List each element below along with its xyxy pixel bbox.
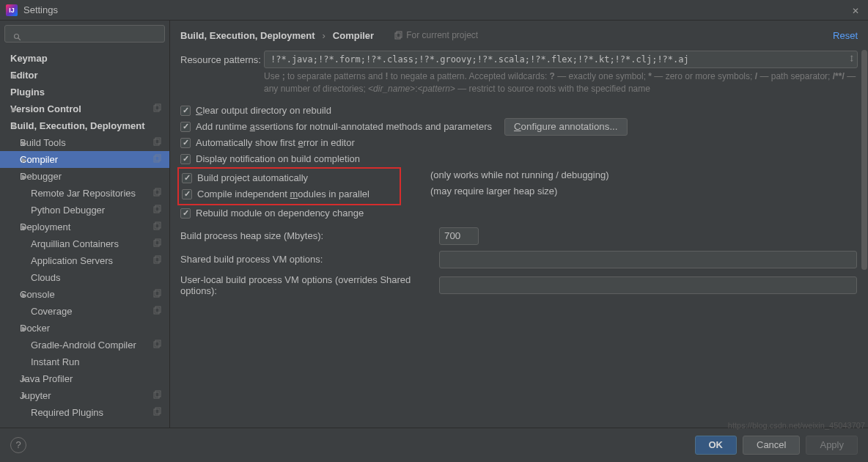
sidebar-item-keymap[interactable]: Keymap xyxy=(0,50,169,67)
apply-button[interactable]: Apply xyxy=(806,436,858,455)
sidebar-item-build-execution-deployment[interactable]: ▼Build, Execution, Deployment xyxy=(0,117,169,134)
sidebar-item-label: Keymap xyxy=(10,53,48,64)
sidebar-item-arquillian-containers[interactable]: Arquillian Containers xyxy=(0,235,169,252)
search-icon xyxy=(13,33,22,42)
rebuild-dep-checkbox[interactable] xyxy=(180,208,191,219)
sidebar-item-remote-jar-repositories[interactable]: Remote Jar Repositories xyxy=(0,185,169,202)
auto-error-label: Automatically show first error in editor xyxy=(196,137,355,148)
svg-rect-22 xyxy=(154,342,159,348)
close-icon[interactable] xyxy=(852,5,862,15)
sidebar-item-version-control[interactable]: ▶Version Control xyxy=(0,100,169,117)
tree-arrow-icon: ▼ xyxy=(10,122,18,130)
copy-icon xyxy=(153,340,162,348)
sidebar-item-label: Coverage xyxy=(31,306,72,317)
copy-icon xyxy=(153,390,162,399)
sidebar: Keymap▶EditorPlugins▶Version Control▼Bui… xyxy=(0,21,170,428)
svg-rect-23 xyxy=(155,340,161,346)
clear-output-checkbox[interactable] xyxy=(180,106,191,116)
titlebar: IJ Settings xyxy=(0,0,868,21)
sidebar-item-plugins[interactable]: Plugins xyxy=(0,84,169,100)
sidebar-item-required-plugins[interactable]: Required Plugins xyxy=(0,404,169,421)
sidebar-item-build-tools[interactable]: ▶Build Tools xyxy=(0,134,169,151)
heap-input[interactable] xyxy=(439,227,479,245)
svg-rect-29 xyxy=(397,32,402,37)
cancel-button[interactable]: Cancel xyxy=(743,436,800,455)
copy-icon xyxy=(153,255,162,264)
build-auto-label: Build project automatically xyxy=(197,172,308,183)
sidebar-item-deployment[interactable]: ▶Deployment xyxy=(0,219,169,235)
ok-button[interactable]: OK xyxy=(695,436,738,455)
svg-line-1 xyxy=(18,38,21,40)
auto-error-checkbox[interactable] xyxy=(180,138,191,148)
tree-arrow-icon: ▶ xyxy=(21,325,28,332)
notify-checkbox[interactable] xyxy=(180,154,191,164)
tree-arrow-icon: ▶ xyxy=(21,156,28,164)
copy-icon xyxy=(153,306,162,315)
sidebar-item-docker[interactable]: ▶Docker xyxy=(0,320,169,337)
svg-rect-28 xyxy=(395,33,400,39)
watermark: https://blog.csdn.net/weixin_45043707 xyxy=(728,421,865,430)
rebuild-dep-label: Rebuild module on dependency change xyxy=(196,208,364,219)
sidebar-item-jupyter[interactable]: ▶Jupyter xyxy=(0,387,169,404)
sidebar-item-console[interactable]: ▶Console xyxy=(0,286,169,303)
configure-annotations-button[interactable]: Configure annotations... xyxy=(504,118,628,136)
copy-icon xyxy=(153,289,162,298)
svg-rect-27 xyxy=(155,408,161,414)
sidebar-item-application-servers[interactable]: Application Servers xyxy=(0,252,169,269)
tree-arrow-icon: ▶ xyxy=(21,291,28,298)
sidebar-item-compiler[interactable]: ▶Compiler xyxy=(0,151,169,168)
parallel-checkbox[interactable] xyxy=(182,189,192,199)
breadcrumb: Build, Execution, Deployment › Compiler … xyxy=(180,21,858,50)
sidebar-item-label: Remote Jar Repositories xyxy=(31,188,136,199)
resource-patterns-input[interactable]: !?*.java;!?*.form;!?*.class;!?*.groovy;!… xyxy=(264,51,858,68)
chevron-right-icon: › xyxy=(322,30,325,41)
svg-rect-10 xyxy=(154,207,159,213)
sidebar-item-label: Instant Run xyxy=(31,356,80,367)
copy-icon xyxy=(153,103,162,112)
sidebar-item-label: Gradle-Android Compiler xyxy=(31,340,136,351)
sidebar-item-python-debugger[interactable]: Python Debugger xyxy=(0,202,169,219)
svg-rect-9 xyxy=(155,188,161,194)
sidebar-item-instant-run[interactable]: Instant Run xyxy=(0,353,169,370)
sidebar-item-label: Version Control xyxy=(10,103,81,114)
sidebar-item-label: Application Servers xyxy=(31,255,113,266)
local-vm-input[interactable] xyxy=(439,276,857,294)
tree-arrow-icon: ▶ xyxy=(10,106,18,113)
heap-label: Build process heap size (Mbytes): xyxy=(180,230,433,241)
sidebar-item-label: Build, Execution, Deployment xyxy=(10,120,144,131)
copy-icon xyxy=(153,154,162,163)
sidebar-item-coverage[interactable]: Coverage xyxy=(0,303,169,320)
sidebar-item-editor[interactable]: ▶Editor xyxy=(0,67,169,84)
add-assertions-checkbox[interactable] xyxy=(180,122,191,132)
reset-link[interactable]: Reset xyxy=(833,30,858,41)
svg-rect-7 xyxy=(155,155,161,161)
svg-rect-19 xyxy=(155,290,161,296)
search-input[interactable] xyxy=(4,25,165,43)
shared-vm-input[interactable] xyxy=(439,251,857,268)
sidebar-item-java-profiler[interactable]: ▶Java Profiler xyxy=(0,370,169,387)
tree-arrow-icon: ▶ xyxy=(10,72,18,79)
sidebar-item-label: Plugins xyxy=(10,87,45,98)
sidebar-item-debugger[interactable]: ▶Debugger xyxy=(0,168,169,185)
svg-rect-16 xyxy=(154,257,159,263)
help-button[interactable]: ? xyxy=(10,437,26,453)
svg-rect-18 xyxy=(154,291,159,297)
svg-rect-25 xyxy=(155,391,161,397)
window-title: Settings xyxy=(23,4,58,15)
content-panel: Build, Execution, Deployment › Compiler … xyxy=(170,21,868,428)
sidebar-item-gradle-android-compiler[interactable]: Gradle-Android Compiler xyxy=(0,337,169,353)
scrollbar[interactable] xyxy=(861,21,868,428)
resource-patterns-label: Resource patterns: xyxy=(180,54,264,65)
copy-icon xyxy=(394,31,403,40)
svg-rect-4 xyxy=(154,139,159,145)
copy-icon xyxy=(153,188,162,197)
tree-arrow-icon: ▶ xyxy=(21,173,28,180)
svg-rect-6 xyxy=(154,156,159,162)
tree-arrow-icon: ▶ xyxy=(21,139,28,147)
build-auto-checkbox[interactable] xyxy=(182,173,192,183)
parallel-hint: (may require larger heap size) xyxy=(430,186,557,197)
svg-rect-15 xyxy=(155,239,161,245)
project-hint: For current project xyxy=(406,30,478,40)
sidebar-item-clouds[interactable]: Clouds xyxy=(0,269,169,286)
parallel-label: Compile independent modules in parallel xyxy=(197,188,369,199)
